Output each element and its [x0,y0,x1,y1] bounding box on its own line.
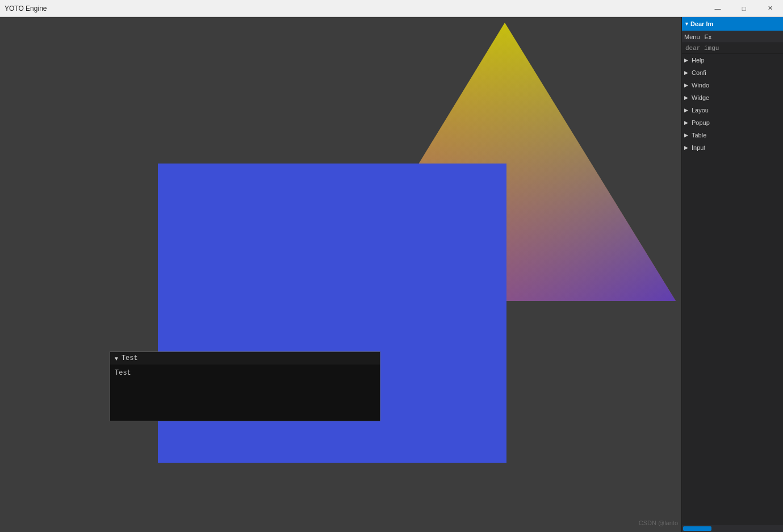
tree-item-confi[interactable]: ▶ Confi [682,66,783,79]
tree-label-table: Table [692,132,706,139]
test-window-body: Test [110,365,380,379]
tree-item-input[interactable]: ▶ Input [682,141,783,154]
panel-menu-item-ex[interactable]: Ex [705,33,712,40]
tree-item-widge[interactable]: ▶ Widge [682,91,783,104]
maximize-button[interactable]: □ [731,0,757,17]
test-window-titlebar: ▼ Test [110,352,380,365]
dear-imgui-header: ▼ Dear Im [682,17,783,31]
panel-scrollbar[interactable] [682,525,783,532]
tree-label-help: Help [692,57,705,64]
tree-label-widge: Widge [692,94,709,101]
tree-item-table[interactable]: ▶ Table [682,129,783,141]
tree-arrow-windo: ▶ [684,82,690,88]
canvas-area: ▼ Test Test [0,17,681,532]
test-collapse-arrow[interactable]: ▼ [114,355,119,362]
app-title: YOTO Engine [5,5,47,12]
dear-imgui-title: Dear Im [690,20,713,27]
tree-label-input: Input [692,144,705,151]
tree-label-layou: Layou [692,107,709,114]
tree-arrow-table: ▶ [684,132,690,138]
tree-arrow-help: ▶ [684,57,690,63]
tree-arrow-input: ▶ [684,145,690,150]
close-button[interactable]: ✕ [757,0,783,17]
test-window: ▼ Test Test [110,351,380,421]
main-area: ▼ Test Test ▼ Dear Im Menu Ex dear imgu … [0,17,783,532]
title-bar-left: YOTO Engine [0,5,47,12]
tree-label-popup: Popup [692,119,710,126]
tree-label-windo: Windo [692,82,709,89]
title-bar-controls: — □ ✕ [705,0,783,16]
title-bar: YOTO Engine — □ ✕ [0,0,783,17]
tree-item-layou[interactable]: ▶ Layou [682,104,783,116]
tree-arrow-layou: ▶ [684,107,690,113]
panel-content-text: dear imgu [682,43,783,54]
dear-imgui-collapse-arrow[interactable]: ▼ [684,21,689,27]
tree-arrow-confi: ▶ [684,70,690,76]
tree-arrow-widge: ▶ [684,95,690,100]
tree-item-popup[interactable]: ▶ Popup [682,116,783,129]
test-window-content: Test [115,369,131,377]
panel-menu-item-menu[interactable]: Menu [684,33,700,40]
tree-item-windo[interactable]: ▶ Windo [682,79,783,91]
right-panel: ▼ Dear Im Menu Ex dear imgu ▶ Help ▶ Con… [681,17,783,532]
tree-arrow-popup: ▶ [684,120,690,125]
panel-scrollbar-thumb[interactable] [683,526,711,531]
watermark: CSDN @larito [639,520,678,526]
tree-label-confi: Confi [692,69,706,76]
tree-item-help[interactable]: ▶ Help [682,54,783,66]
minimize-button[interactable]: — [705,0,731,17]
test-window-title: Test [122,354,138,362]
panel-menubar: Menu Ex [682,31,783,43]
